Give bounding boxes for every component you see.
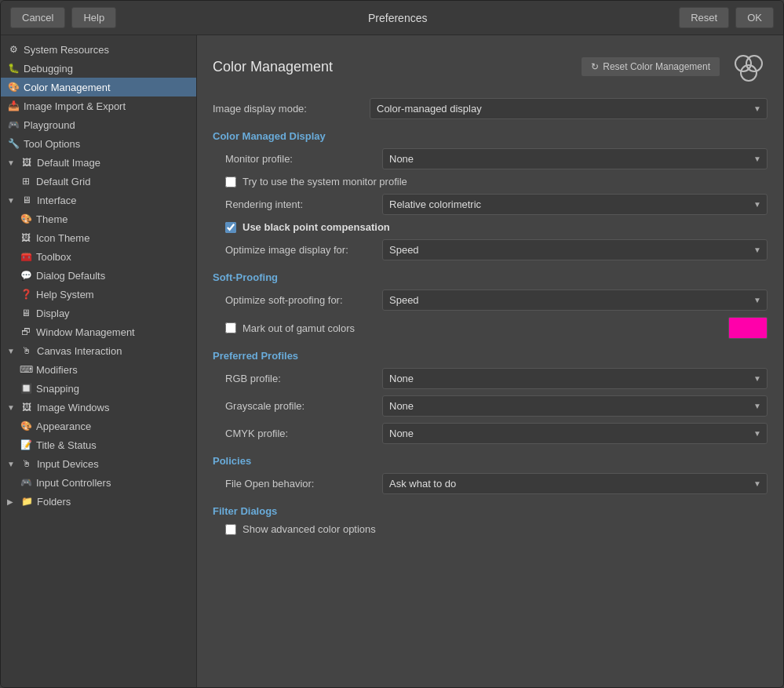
show-advanced-row: Show advanced color options (213, 523, 768, 535)
debugging-icon: 🐛 (7, 62, 20, 75)
reset-color-management-button[interactable]: ↻ Reset Color Management (581, 56, 720, 77)
file-open-behavior-label: File Open behavior: (225, 478, 382, 490)
playground-icon: 🎮 (7, 118, 20, 131)
rendering-intent-select[interactable]: Relative colorimetric (382, 194, 768, 215)
sidebar-item-canvas-interaction[interactable]: ▼ 🖱 Canvas Interaction (1, 341, 196, 360)
rgb-profile-select[interactable]: None (382, 368, 768, 389)
sidebar-item-label: System Resources (24, 44, 109, 56)
sidebar-item-display[interactable]: 🖥 Display (1, 304, 196, 322)
policies-section: Policies (213, 455, 768, 467)
preferred-profiles-section: Preferred Profiles (213, 350, 768, 362)
gamut-checkbox-group: Mark out of gamut colors (225, 322, 355, 334)
sidebar-item-appearance[interactable]: 🎨 Appearance (1, 417, 196, 435)
sidebar-item-icon-theme[interactable]: 🖼 Icon Theme (1, 228, 196, 247)
input-devices-icon: 🖱 (20, 457, 33, 470)
sidebar-item-label: Playground (24, 119, 75, 131)
rgb-profile-dropdown[interactable]: None (382, 368, 768, 389)
sidebar-item-input-devices[interactable]: ▼ 🖱 Input Devices (1, 454, 196, 473)
optimize-display-select[interactable]: Speed (382, 239, 768, 260)
svg-point-1 (746, 56, 762, 71)
panel-header: Color Management ↻ Reset Color Managemen… (213, 48, 768, 86)
panel-title: Color Management (213, 59, 333, 75)
file-open-behavior-select[interactable]: Ask what to do (382, 473, 768, 494)
grayscale-profile-select[interactable]: None (382, 395, 768, 417)
sidebar-item-label: Dialog Defaults (36, 270, 105, 282)
file-open-behavior-dropdown[interactable]: Ask what to do (382, 473, 768, 494)
cmyk-profile-label: CMYK profile: (225, 428, 382, 439)
sidebar-item-interface[interactable]: ▼ 🖥 Interface (1, 191, 196, 209)
sidebar-item-default-grid[interactable]: ⊞ Default Grid (1, 172, 196, 191)
black-point-label[interactable]: Use black point compensation (242, 221, 390, 233)
cmyk-profile-row: CMYK profile: None (213, 423, 768, 444)
expand-arrow-icon: ▼ (7, 460, 16, 468)
black-point-row: Use black point compensation (213, 221, 768, 233)
filter-dialogs-section: Filter Dialogs (213, 505, 768, 517)
sidebar-item-folders[interactable]: ▶ 📁 Folders (1, 492, 196, 511)
color-management-icon: 🎨 (7, 81, 20, 93)
sidebar-item-debugging[interactable]: 🐛 Debugging (1, 59, 196, 78)
sidebar-item-color-management[interactable]: 🎨 Color Management (1, 78, 196, 96)
sidebar-item-default-image[interactable]: ▼ 🖼 Default Image (1, 153, 196, 172)
gamut-color-swatch[interactable] (728, 317, 768, 339)
sidebar-item-system-resources[interactable]: ⚙ System Resources (1, 40, 196, 59)
sidebar-item-image-import-export[interactable]: 📥 Image Import & Export (1, 96, 196, 115)
optimize-soft-proofing-dropdown[interactable]: Speed (382, 289, 768, 311)
sidebar-item-help-system[interactable]: ❓ Help System (1, 285, 196, 304)
image-windows-icon: 🖼 (20, 401, 33, 413)
sidebar-item-label: Help System (36, 289, 94, 300)
image-display-mode-dropdown[interactable]: Color-managed display (370, 98, 768, 119)
reset-button-label: Reset Color Management (603, 61, 710, 72)
rendering-intent-dropdown[interactable]: Relative colorimetric (382, 194, 768, 215)
sidebar-item-playground[interactable]: 🎮 Playground (1, 115, 196, 134)
sidebar-item-image-windows[interactable]: ▼ 🖼 Image Windows (1, 398, 196, 417)
ok-button[interactable]: OK (735, 7, 774, 28)
black-point-checkbox[interactable] (225, 222, 236, 233)
default-grid-icon: ⊞ (20, 175, 32, 187)
show-advanced-label[interactable]: Show advanced color options (242, 523, 376, 535)
sidebar-item-theme[interactable]: 🎨 Theme (1, 209, 196, 228)
show-advanced-checkbox[interactable] (225, 524, 236, 535)
optimize-display-dropdown[interactable]: Speed (382, 239, 768, 260)
system-monitor-label[interactable]: Try to use the system monitor profile (242, 176, 407, 187)
sidebar-item-title-status[interactable]: 📝 Title & Status (1, 435, 196, 454)
image-display-mode-label: Image display mode: (213, 103, 370, 115)
monitor-profile-dropdown[interactable]: None (382, 148, 768, 169)
optimize-soft-proofing-select[interactable]: Speed (382, 289, 768, 311)
sidebar-item-tool-options[interactable]: 🔧 Tool Options (1, 134, 196, 153)
optimize-display-row: Optimize image display for: Speed (213, 239, 768, 260)
sidebar-item-window-management[interactable]: 🗗 Window Management (1, 322, 196, 341)
sidebar-item-label: Input Controllers (36, 477, 111, 489)
display-icon: 🖥 (20, 307, 32, 319)
sidebar-item-label: Color Management (24, 82, 111, 93)
grayscale-profile-row: Grayscale profile: None (213, 395, 768, 417)
expand-arrow-icon: ▶ (7, 497, 16, 506)
sidebar-item-modifiers[interactable]: ⌨ Modifiers (1, 360, 196, 379)
sidebar-item-snapping[interactable]: 🔲 Snapping (1, 379, 196, 398)
optimize-display-label: Optimize image display for: (225, 244, 382, 256)
sidebar-item-toolbox[interactable]: 🧰 Toolbox (1, 247, 196, 266)
gamut-checkbox[interactable] (225, 322, 236, 333)
cmyk-profile-dropdown[interactable]: None (382, 423, 768, 444)
cmyk-profile-select[interactable]: None (382, 423, 768, 444)
monitor-profile-label: Monitor profile: (225, 153, 382, 165)
folders-icon: 📁 (20, 495, 33, 508)
toolbox-icon: 🧰 (20, 250, 32, 263)
sidebar-item-label: Title & Status (36, 439, 97, 451)
help-system-icon: ❓ (20, 288, 32, 300)
sidebar-item-dialog-defaults[interactable]: 💬 Dialog Defaults (1, 266, 196, 285)
rgb-profile-label: RGB profile: (225, 373, 382, 384)
help-button[interactable]: Help (71, 7, 116, 28)
system-monitor-checkbox[interactable] (225, 177, 236, 187)
gamut-label[interactable]: Mark out of gamut colors (242, 322, 355, 334)
monitor-profile-select[interactable]: None (382, 148, 768, 169)
preferences-window: Cancel Help Preferences Reset OK ⚙ Syste… (0, 0, 784, 688)
color-managed-display-section: Color Managed Display (213, 130, 768, 142)
reset-button[interactable]: Reset (679, 7, 729, 28)
sidebar-item-input-controllers[interactable]: 🎮 Input Controllers (1, 473, 196, 492)
grayscale-profile-dropdown[interactable]: None (382, 395, 768, 417)
image-display-mode-select[interactable]: Color-managed display (370, 98, 768, 119)
cancel-button[interactable]: Cancel (10, 7, 65, 28)
sidebar-item-label: Appearance (36, 420, 91, 432)
titlebar-right-buttons: Reset OK (679, 7, 774, 28)
window-management-icon: 🗗 (20, 326, 32, 338)
